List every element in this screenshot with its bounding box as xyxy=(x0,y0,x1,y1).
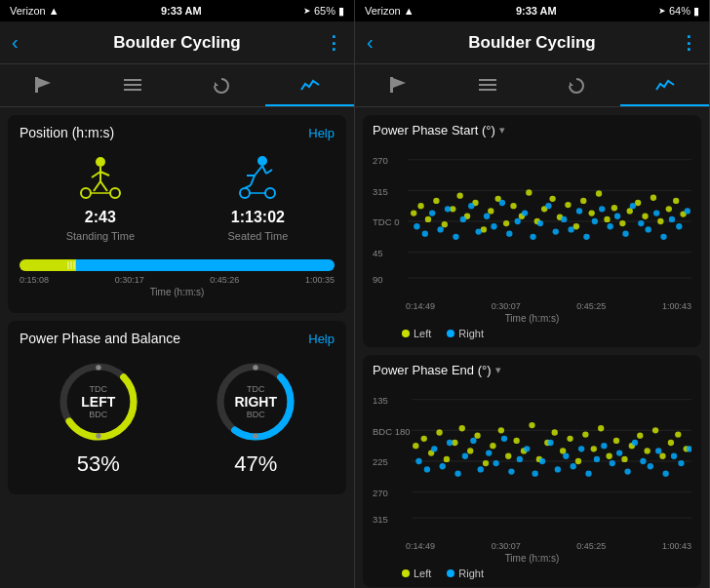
svg-point-78 xyxy=(635,200,641,206)
seated-time: 1:13:02 xyxy=(231,209,285,226)
svg-point-135 xyxy=(444,456,450,462)
position-header: Position (h:m:s) Help xyxy=(20,125,335,140)
svg-point-169 xyxy=(431,446,437,451)
svg-point-119 xyxy=(676,223,682,229)
tab-flag-right[interactable] xyxy=(355,70,444,106)
svg-point-99 xyxy=(522,210,528,216)
svg-point-71 xyxy=(580,198,586,204)
menu-button-right[interactable]: ⋮ xyxy=(668,32,697,54)
tab-list-left[interactable] xyxy=(89,70,178,106)
legend-left-end: Left xyxy=(402,568,431,579)
position-title: Position (h:m:s) xyxy=(20,125,114,140)
menu-button-left[interactable]: ⋮ xyxy=(313,32,342,54)
svg-marker-34 xyxy=(393,78,406,88)
chart-start-title: Power Phase Start (°) xyxy=(373,123,495,137)
svg-point-156 xyxy=(606,453,611,459)
status-bar-left: Verizon ▲ 9:33 AM ➤ 65% ▮ xyxy=(0,0,354,21)
svg-point-101 xyxy=(537,220,543,226)
svg-point-194 xyxy=(624,468,630,474)
chart-icon-left xyxy=(299,76,321,98)
svg-point-102 xyxy=(545,203,551,209)
balance-figures: TDC LEFT BDC 53% xyxy=(20,354,335,485)
svg-point-120 xyxy=(685,208,690,214)
status-right-right: ➤ 64% ▮ xyxy=(658,5,699,18)
right-balance: TDC RIGHT BDC 47% xyxy=(212,358,299,477)
svg-point-160 xyxy=(637,432,643,438)
svg-point-146 xyxy=(529,422,534,428)
svg-point-173 xyxy=(462,453,468,459)
svg-point-113 xyxy=(630,203,636,209)
back-button-right[interactable]: ‹ xyxy=(367,31,396,54)
svg-point-193 xyxy=(616,450,622,455)
battery-left: 65% xyxy=(314,5,335,17)
balance-section: Power Phase and Balance Help xyxy=(8,321,346,494)
seated-figure: 1:13:02 Seated Time xyxy=(228,156,289,242)
svg-point-187 xyxy=(571,463,576,469)
svg-point-181 xyxy=(524,446,530,451)
seated-label: Seated Time xyxy=(228,230,289,242)
chart-end-svg: 135 BDC 180 225 270 315 xyxy=(373,383,691,539)
status-bar-right: Verizon ▲ 9:33 AM ➤ 64% ▮ xyxy=(355,0,709,21)
svg-point-75 xyxy=(611,205,617,211)
tab-list-right[interactable] xyxy=(444,70,532,106)
svg-point-154 xyxy=(591,446,597,451)
chart-end-title-row: Power Phase End (°) ▾ xyxy=(373,363,691,377)
svg-point-141 xyxy=(490,443,495,449)
tab-refresh-right[interactable] xyxy=(532,70,621,106)
standing-label: Standing Time xyxy=(66,230,135,242)
right-tdc: TDC xyxy=(234,384,277,394)
tab-chart-right[interactable] xyxy=(620,70,709,106)
tabs-right xyxy=(355,64,709,107)
svg-text:TDC 0: TDC 0 xyxy=(373,216,399,227)
chart-start-area: 270 315 TDC 0 45 90 xyxy=(373,143,691,299)
svg-text:315: 315 xyxy=(373,186,388,197)
svg-point-62 xyxy=(510,203,516,209)
svg-point-190 xyxy=(594,456,600,462)
legend-dot-right-end xyxy=(447,569,454,577)
chart-start-title-row: Power Phase Start (°) ▾ xyxy=(373,123,691,137)
right-bdc: BDC xyxy=(234,410,277,419)
xtick-start-4: 1:00:43 xyxy=(662,301,691,311)
svg-point-69 xyxy=(565,202,571,208)
svg-point-28 xyxy=(96,433,100,438)
back-button-left[interactable]: ‹ xyxy=(12,31,41,54)
svg-point-64 xyxy=(526,189,532,195)
xtick-end-1: 0:14:49 xyxy=(406,541,435,551)
legend-dot-left-start xyxy=(402,330,410,337)
svg-point-109 xyxy=(599,206,605,212)
balance-help[interactable]: Help xyxy=(308,332,335,346)
chart-end-x-ticks: 0:14:49 0:30:07 0:45:25 1:00:43 xyxy=(373,541,691,551)
position-help[interactable]: Help xyxy=(308,126,335,140)
svg-text:270: 270 xyxy=(373,155,388,166)
wifi-icon-right: ▲ xyxy=(404,5,414,17)
svg-point-142 xyxy=(498,427,504,433)
chart-start-svg: 270 315 TDC 0 45 90 xyxy=(373,143,691,299)
balance-header: Power Phase and Balance Help xyxy=(20,331,335,346)
svg-point-59 xyxy=(488,208,493,214)
left-pct: 53% xyxy=(77,451,120,477)
svg-point-107 xyxy=(583,234,589,240)
start-dots-left xyxy=(411,189,687,232)
svg-point-178 xyxy=(501,436,507,442)
svg-point-53 xyxy=(442,221,448,227)
svg-marker-5 xyxy=(215,82,218,86)
svg-point-184 xyxy=(547,440,553,446)
tab-refresh-left[interactable] xyxy=(178,70,266,106)
tabs-left xyxy=(0,64,354,107)
tab-flag-left[interactable] xyxy=(0,70,89,106)
svg-point-165 xyxy=(675,431,681,437)
refresh-icon-left xyxy=(211,76,232,98)
right-label: RIGHT xyxy=(234,394,277,410)
svg-point-188 xyxy=(578,446,584,451)
svg-point-167 xyxy=(415,458,421,464)
svg-point-77 xyxy=(627,208,633,214)
svg-point-143 xyxy=(505,453,511,459)
svg-line-16 xyxy=(255,166,262,176)
svg-point-131 xyxy=(413,443,418,449)
left-gauge-text: TDC LEFT BDC xyxy=(81,384,115,419)
svg-point-111 xyxy=(614,214,620,219)
legend-right-start: Right xyxy=(447,328,484,339)
svg-point-174 xyxy=(470,438,476,444)
title-left: Boulder Cycling xyxy=(41,33,313,53)
tab-chart-left[interactable] xyxy=(265,70,354,106)
